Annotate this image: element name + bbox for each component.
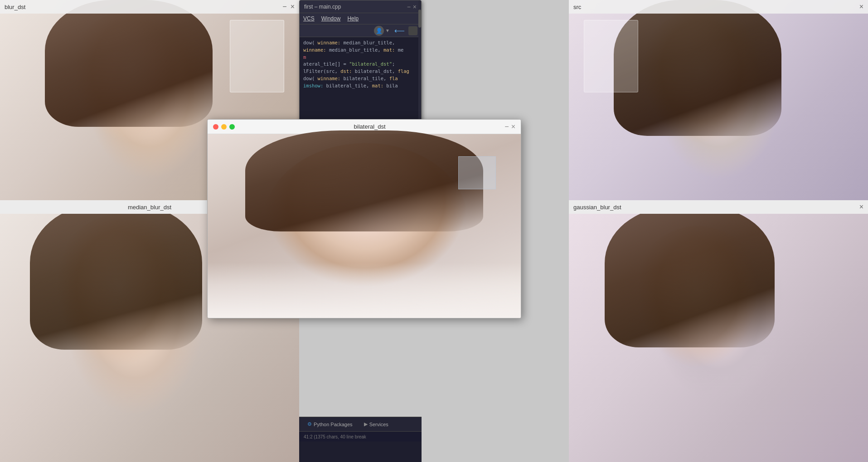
bilateral-mac-buttons — [213, 124, 235, 130]
python-packages-tab[interactable]: ⚙ Python Packages — [303, 420, 357, 428]
src-title: src — [573, 4, 581, 10]
portrait-src — [569, 0, 868, 200]
ide-bottom-section: ⚙ Python Packages ▶ Services 41:2 (1375 … — [299, 417, 422, 462]
ide-code-area: dow( winname: median_blur_title, winname… — [300, 37, 421, 91]
blur-dst-minimize[interactable]: − — [282, 3, 286, 11]
blur-dst-titlebar: blur_dst − × — [0, 0, 299, 14]
ide-close[interactable]: × — [413, 3, 417, 10]
bilateral-clothing — [208, 263, 521, 318]
ide-scrollbar[interactable] — [418, 0, 421, 131]
portrait-gaussian-blur-dst — [569, 214, 868, 462]
median-blur-dst-title: median_blur_dst — [128, 204, 171, 211]
bilateral-close-x[interactable]: × — [511, 123, 515, 131]
src-close[interactable]: × — [859, 3, 863, 11]
bilateral-minimize-btn[interactable] — [221, 124, 227, 130]
ide-win-controls: − × — [407, 3, 417, 10]
ide-status-text: 41:2 (1375 chars, 40 line break — [304, 434, 366, 439]
ide-status-bar: 41:2 (1375 chars, 40 line break — [299, 432, 422, 442]
ide-action-btn[interactable] — [408, 26, 417, 35]
ide-back-arrow[interactable]: ⟵ — [394, 26, 405, 35]
bilateral-close-btn[interactable] — [213, 124, 218, 130]
gaussian-controls: × — [859, 203, 863, 211]
code-line-1: dow( winname: median_blur_title, — [303, 39, 417, 47]
bilateral-hair — [245, 130, 483, 231]
bilateral-min-btn[interactable]: − — [504, 123, 509, 131]
blur-dst-controls: − × — [282, 3, 295, 11]
person-icon: 👤 — [376, 28, 383, 34]
code-line-4: ateral_tile[] = "bilateral_dst"; — [303, 61, 417, 68]
gaussian-close[interactable]: × — [859, 203, 863, 211]
code-line-3: m — [303, 54, 417, 61]
gaussian-blur-dst-title: gaussian_blur_dst — [573, 204, 621, 211]
bilateral-dst-title: bilateral_dst — [354, 123, 386, 130]
python-packages-label: Python Packages — [314, 422, 353, 427]
ide-user-area: 👤 ▼ — [374, 26, 390, 36]
ide-menu-window[interactable]: Window — [321, 15, 341, 22]
ide-window: first – main.cpp − × VCS Window Help 👤 ▼… — [299, 0, 422, 131]
services-label: Services — [369, 422, 388, 427]
code-line-7: imshow: bilateral_tile, mat: bila — [303, 82, 417, 90]
ide-menubar: VCS Window Help — [300, 13, 421, 24]
gaussian-blur-dst-titlebar: gaussian_blur_dst × — [569, 200, 868, 214]
blur-dst-close[interactable]: × — [291, 3, 295, 11]
bilateral-maximize-btn[interactable] — [229, 124, 235, 130]
ide-toolbar: 👤 ▼ ⟵ — [300, 24, 421, 37]
python-pkg-icon: ⚙ — [307, 421, 312, 427]
src-controls: × — [859, 3, 863, 11]
bilateral-dst-content — [208, 134, 521, 318]
bilateral-dst-window: bilateral_dst − × — [207, 119, 521, 318]
ide-title: first – main.cpp — [304, 4, 341, 10]
ide-scrollbar-thumb[interactable] — [418, 10, 421, 28]
services-tab[interactable]: ▶ Services — [359, 420, 393, 428]
code-line-5: lFilter(src, dst: bilateral_dst, flag — [303, 68, 417, 75]
ide-menu-help[interactable]: Help — [347, 15, 359, 22]
ide-minimize[interactable]: − — [407, 3, 411, 10]
divider-vertical-right — [568, 0, 569, 462]
ide-user-dropdown[interactable]: ▼ — [385, 28, 390, 33]
ide-bottom-tabs: ⚙ Python Packages ▶ Services — [299, 417, 422, 432]
code-line-2: winname: median_blur_title, mat: me — [303, 47, 417, 54]
blur-dst-title: blur_dst — [5, 4, 25, 10]
code-line-6: dow( winname: bilateral_tile, fla — [303, 75, 417, 82]
ide-menu-vcs[interactable]: VCS — [303, 15, 315, 22]
services-icon: ▶ — [364, 421, 368, 427]
ide-user-icon[interactable]: 👤 — [374, 26, 384, 36]
src-titlebar: src × — [569, 0, 868, 14]
bilateral-win-controls: − × — [504, 123, 515, 131]
bilateral-window-bg — [458, 156, 496, 189]
ide-titlebar: first – main.cpp − × — [300, 0, 421, 13]
